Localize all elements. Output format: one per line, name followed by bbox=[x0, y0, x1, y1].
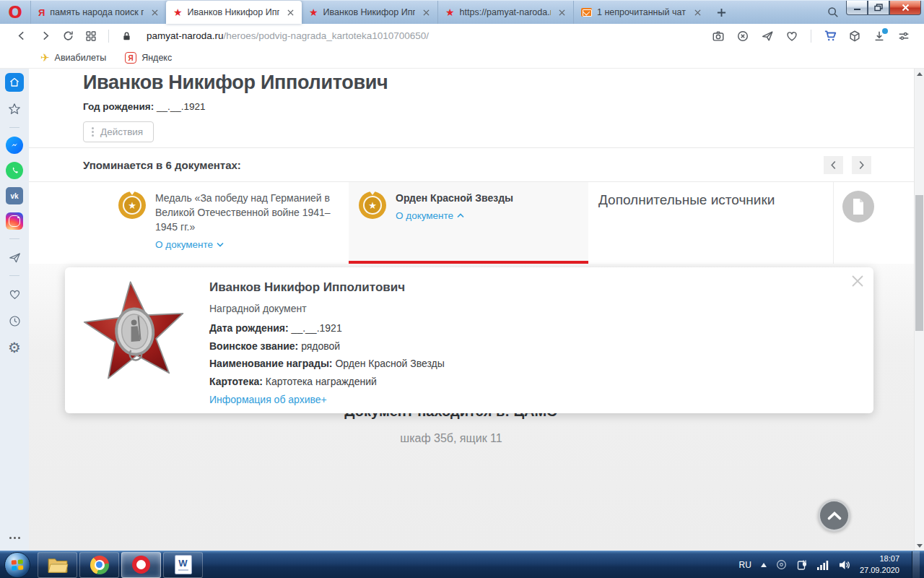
bookmark-aviabilety[interactable]: ✈ Авиабилеты bbox=[40, 51, 106, 64]
tab-close-icon[interactable] bbox=[556, 7, 567, 18]
whatsapp-icon[interactable] bbox=[6, 162, 23, 179]
pamyat-star-favicon: ★ bbox=[173, 7, 183, 17]
tab-label: Иванков Никифор Иппол bbox=[188, 7, 279, 17]
opera-menu-button[interactable]: O bbox=[0, 1, 30, 24]
my-flow-paperplane-icon[interactable] bbox=[757, 27, 777, 46]
bookmarks-bar: ✈ Авиабилеты Я Яндекс bbox=[0, 48, 924, 69]
popup-close-icon[interactable] bbox=[851, 275, 864, 288]
instagram-icon[interactable] bbox=[6, 212, 23, 230]
lock-icon[interactable] bbox=[116, 27, 136, 46]
close-button[interactable] bbox=[889, 1, 921, 15]
speed-dial-grid-icon[interactable] bbox=[81, 27, 101, 46]
speed-dial-home-icon[interactable] bbox=[5, 73, 24, 92]
airplane-icon: ✈ bbox=[40, 51, 50, 64]
taskbar-opera-button-active[interactable] bbox=[121, 552, 161, 578]
about-document-link[interactable]: О документе bbox=[155, 239, 224, 250]
tab-ivankov-active[interactable]: ★ Иванков Никифор Иппол bbox=[166, 1, 302, 24]
additional-sources-card[interactable]: Дополнительные источники bbox=[588, 182, 834, 264]
birth-label: Год рождения: bbox=[83, 101, 154, 112]
award-detail-info: Иванков Никифор Ипполитович Наградной до… bbox=[209, 275, 445, 413]
mentions-header: Упоминается в 6 документах: bbox=[83, 159, 241, 171]
page-scrollbar[interactable] bbox=[914, 69, 924, 551]
tab-yandex-search[interactable]: Я память народа поиск по ф bbox=[30, 1, 166, 24]
adblock-circle-x-icon[interactable] bbox=[733, 27, 753, 46]
tab-unread-chat[interactable]: 1 непрочитанный чат bbox=[573, 1, 709, 24]
system-tray: RU 18:07 27.09.2020 bbox=[739, 551, 924, 578]
scroll-to-top-button[interactable] bbox=[818, 499, 850, 532]
sidebar-divider bbox=[9, 275, 19, 276]
browser-window: O Я память народа поиск по ф ★ Иванков Н… bbox=[0, 0, 924, 551]
vk-icon[interactable]: vk bbox=[6, 187, 23, 204]
about-document-link[interactable]: О документе bbox=[396, 210, 464, 221]
new-tab-button[interactable] bbox=[709, 1, 733, 24]
language-indicator[interactable]: RU bbox=[739, 560, 751, 570]
tab-label: 1 непрочитанный чат bbox=[597, 7, 687, 17]
tab-bar: O Я память народа поиск по ф ★ Иванков Н… bbox=[0, 0, 924, 24]
my-flow-icon[interactable] bbox=[5, 248, 24, 267]
window-controls bbox=[846, 1, 924, 24]
tab-ivankov-2[interactable]: ★ Иванков Никифор Иппол bbox=[302, 1, 437, 24]
address-bar[interactable]: pamyat-naroda.ru/heroes/podvig-nagrada_k… bbox=[147, 30, 429, 41]
personal-news-star-icon[interactable] bbox=[5, 100, 24, 118]
tab-label: https://pamyat-naroda.ru/h bbox=[460, 7, 551, 17]
power-plug-icon[interactable] bbox=[796, 559, 808, 571]
tray-status-icon[interactable] bbox=[776, 559, 787, 570]
bookmark-heart-icon[interactable] bbox=[782, 27, 802, 46]
show-hidden-icons-arrow[interactable] bbox=[761, 563, 767, 567]
tab-strip-spacer bbox=[733, 1, 820, 24]
downloads-icon[interactable] bbox=[869, 27, 889, 46]
chrome-icon bbox=[90, 556, 109, 574]
back-icon[interactable] bbox=[12, 27, 32, 46]
archive-info-link[interactable]: Информация об архиве+ bbox=[209, 394, 327, 405]
scrollbar-thumb[interactable] bbox=[915, 195, 923, 331]
snapshot-camera-icon[interactable] bbox=[708, 27, 728, 46]
opera-icon bbox=[132, 556, 150, 574]
history-clock-icon[interactable] bbox=[5, 311, 24, 330]
carousel-prev-button[interactable] bbox=[824, 156, 843, 174]
folder-icon bbox=[47, 556, 69, 574]
messenger-icon[interactable] bbox=[6, 137, 23, 154]
bookmarks-heart-icon[interactable] bbox=[5, 285, 24, 303]
easy-setup-sliders-icon[interactable] bbox=[894, 27, 914, 46]
volume-speaker-icon[interactable] bbox=[839, 560, 850, 570]
bookmark-label: Яндекс bbox=[141, 53, 172, 63]
maximize-button[interactable] bbox=[868, 1, 889, 15]
network-signal-icon[interactable] bbox=[817, 560, 829, 570]
document-location-detail: шкаф 35б, ящик 11 bbox=[29, 432, 873, 445]
opera-sidebar: vk ⚙ bbox=[0, 69, 29, 551]
extensions-box-icon[interactable] bbox=[845, 27, 865, 46]
tab-close-icon[interactable] bbox=[692, 7, 703, 18]
tab-pamyat-url[interactable]: ★ https://pamyat-naroda.ru/h bbox=[437, 1, 573, 24]
url-domain: pamyat-naroda.ru bbox=[147, 30, 224, 41]
start-button[interactable] bbox=[4, 552, 30, 578]
scrollbar-down-arrow[interactable] bbox=[915, 540, 924, 551]
windows-taskbar: W RU 18:07 27.09.2020 bbox=[0, 551, 924, 578]
document-card-red-star-active[interactable]: ★ Орден Красной Звезды О документе bbox=[349, 182, 588, 264]
taskbar-word-button[interactable]: W bbox=[163, 552, 203, 578]
document-card-medal[interactable]: ★ Медаль «За победу над Германией в Вели… bbox=[108, 182, 349, 264]
carousel-next-button[interactable] bbox=[852, 156, 871, 174]
bookmark-yandex[interactable]: Я Яндекс bbox=[125, 52, 172, 64]
actions-button[interactable]: Действия bbox=[83, 121, 154, 142]
forward-icon[interactable] bbox=[35, 27, 55, 46]
order-of-red-star-image bbox=[81, 277, 189, 413]
tray-date: 27.09.2020 bbox=[860, 565, 899, 577]
chevron-up-icon bbox=[457, 213, 464, 218]
more-icon[interactable] bbox=[9, 537, 20, 539]
medal-icon: ★ bbox=[359, 191, 386, 219]
tab-close-icon[interactable] bbox=[420, 7, 432, 18]
taskbar-chrome-button[interactable] bbox=[79, 552, 119, 578]
taskbar-explorer-button[interactable] bbox=[38, 552, 77, 578]
minimize-button[interactable] bbox=[846, 1, 868, 15]
tab-close-icon[interactable] bbox=[284, 7, 296, 18]
search-icon[interactable] bbox=[820, 1, 846, 24]
shopping-cart-icon[interactable] bbox=[820, 27, 840, 46]
show-desktop-button[interactable] bbox=[912, 551, 920, 578]
scrollbar-up-arrow[interactable] bbox=[915, 69, 924, 79]
clock[interactable]: 18:07 27.09.2020 bbox=[860, 553, 899, 577]
reload-icon[interactable] bbox=[58, 27, 78, 46]
settings-gear-icon[interactable]: ⚙ bbox=[5, 338, 24, 357]
tab-close-icon[interactable] bbox=[149, 7, 160, 18]
partial-next-card[interactable] bbox=[834, 182, 914, 264]
documents-carousel: ★ Медаль «За победу над Германией в Вели… bbox=[29, 182, 914, 264]
